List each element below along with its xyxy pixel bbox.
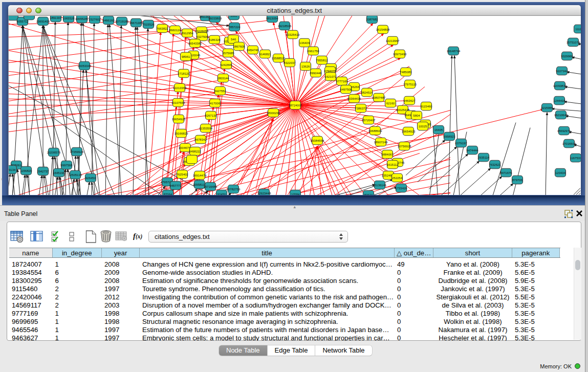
svg-text:417006: 417006 <box>210 101 221 104</box>
svg-text:19654925: 19654925 <box>172 117 186 120</box>
svg-text:20206576: 20206576 <box>47 150 61 154</box>
svg-text:7515526: 7515526 <box>142 23 155 26</box>
svg-text:8186328: 8186328 <box>208 38 221 41</box>
svg-text:15720407: 15720407 <box>362 118 376 121</box>
svg-text:19654923: 19654923 <box>402 129 416 133</box>
svg-text:12213967: 12213967 <box>386 39 400 42</box>
svg-text:16210643: 16210643 <box>554 113 568 116</box>
svg-text:9146821: 9146821 <box>259 52 271 55</box>
svg-text:8813054: 8813054 <box>266 16 278 19</box>
svg-text:11353594: 11353594 <box>199 126 213 129</box>
svg-text:120434: 120434 <box>555 171 566 174</box>
svg-text:8678342: 8678342 <box>194 138 207 141</box>
svg-text:2867608: 2867608 <box>233 45 245 48</box>
svg-text:39134: 39134 <box>9 168 16 171</box>
svg-text:1156829: 1156829 <box>20 169 33 172</box>
svg-text:10973493: 10973493 <box>393 52 407 55</box>
svg-text:16543382: 16543382 <box>188 41 202 45</box>
svg-text:1065: 1065 <box>230 16 237 17</box>
svg-text:16671385: 16671385 <box>129 21 143 24</box>
svg-text:252254: 252254 <box>392 176 403 179</box>
svg-text:12093832: 12093832 <box>553 84 567 87</box>
svg-text:9457771: 9457771 <box>169 184 182 187</box>
svg-text:17016504: 17016504 <box>562 142 576 145</box>
svg-text:10807487: 10807487 <box>372 96 386 99</box>
svg-text:926450: 926450 <box>85 176 96 179</box>
svg-text:9327506: 9327506 <box>196 35 208 38</box>
svg-text:17975115: 17975115 <box>403 82 417 85</box>
svg-text:12923448: 12923448 <box>257 191 271 194</box>
svg-text:18724007: 18724007 <box>289 103 302 106</box>
svg-text:136409: 136409 <box>299 41 310 44</box>
svg-text:1615112: 1615112 <box>387 163 399 166</box>
svg-text:9055712: 9055712 <box>16 19 29 23</box>
svg-text:12505135: 12505135 <box>69 173 82 176</box>
svg-text:10782759: 10782759 <box>227 187 241 190</box>
svg-text:2087682: 2087682 <box>366 17 378 20</box>
svg-text:16405: 16405 <box>434 128 443 131</box>
svg-text:8454749: 8454749 <box>247 48 259 51</box>
svg-text:16033809: 16033809 <box>208 16 222 19</box>
svg-text:2803144: 2803144 <box>217 76 229 79</box>
svg-text:8990448: 8990448 <box>310 71 322 74</box>
svg-text:9329966: 9329966 <box>561 54 573 57</box>
svg-text:15692971: 15692971 <box>557 129 571 132</box>
svg-text:20691406: 20691406 <box>36 19 50 23</box>
svg-text:15751074: 15751074 <box>567 40 580 43</box>
svg-text:8471676: 8471676 <box>500 171 512 174</box>
svg-text:12213369: 12213369 <box>173 86 187 89</box>
svg-text:98961: 98961 <box>182 55 190 58</box>
svg-text:1621072: 1621072 <box>324 75 337 78</box>
svg-text:7386372: 7386372 <box>355 106 367 110</box>
svg-text:7485083: 7485083 <box>400 70 412 73</box>
svg-text:19384554: 19384554 <box>311 139 324 142</box>
svg-text:80634: 80634 <box>364 193 373 194</box>
svg-text:15716485: 15716485 <box>204 185 217 188</box>
svg-text:8427552: 8427552 <box>214 89 226 92</box>
svg-text:546: 546 <box>231 37 236 40</box>
svg-text:8322037: 8322037 <box>284 61 296 64</box>
svg-text:9997568: 9997568 <box>60 163 73 166</box>
svg-text:10719185: 10719185 <box>115 19 129 23</box>
svg-text:19218506: 19218506 <box>278 24 292 27</box>
svg-text:7857224: 7857224 <box>228 25 241 28</box>
svg-text:5958923: 5958923 <box>443 135 455 138</box>
svg-text:9884067: 9884067 <box>381 152 394 156</box>
svg-text:10107554: 10107554 <box>171 101 185 104</box>
svg-text:9463627: 9463627 <box>403 99 416 102</box>
svg-text:7625402: 7625402 <box>176 172 188 176</box>
svg-text:2942737: 2942737 <box>37 169 49 172</box>
svg-text:1645194: 1645194 <box>53 171 65 174</box>
svg-text:11117: 11117 <box>575 27 580 30</box>
svg-text:16914479: 16914479 <box>193 173 207 177</box>
svg-text:15136141: 15136141 <box>373 183 387 186</box>
svg-text:1733426: 1733426 <box>395 186 407 189</box>
svg-text:87064: 87064 <box>164 192 172 194</box>
svg-text:17359924: 17359924 <box>70 150 84 153</box>
svg-text:1891307: 1891307 <box>50 16 62 19</box>
svg-text:3498222: 3498222 <box>189 149 201 152</box>
svg-text:7663822: 7663822 <box>156 27 168 30</box>
svg-text:7632621: 7632621 <box>489 163 501 166</box>
svg-text:13626: 13626 <box>301 64 310 68</box>
svg-text:16154808: 16154808 <box>376 28 390 31</box>
svg-text:3575685: 3575685 <box>222 51 234 54</box>
svg-text:10025: 10025 <box>419 124 427 127</box>
svg-text:5804: 5804 <box>413 114 420 117</box>
svg-text:10756928: 10756928 <box>398 144 411 147</box>
svg-text:6466160: 6466160 <box>102 18 115 21</box>
svg-text:8660124: 8660124 <box>169 28 181 31</box>
svg-text:9227342: 9227342 <box>556 69 568 72</box>
svg-text:2935114: 2935114 <box>478 156 490 159</box>
svg-text:10655287: 10655287 <box>75 17 89 20</box>
svg-text:7955812: 7955812 <box>316 58 328 61</box>
svg-text:20364436: 20364436 <box>347 97 361 100</box>
svg-text:8912954: 8912954 <box>181 31 193 34</box>
svg-text:13325419: 13325419 <box>286 33 300 36</box>
svg-text:9115460: 9115460 <box>421 104 433 107</box>
svg-text:18907249: 18907249 <box>374 140 388 143</box>
svg-text:1065528: 1065528 <box>62 16 75 19</box>
svg-text:9242845: 9242845 <box>220 63 232 66</box>
svg-text:9474444: 9474444 <box>466 148 478 151</box>
svg-text:3215955: 3215955 <box>541 106 553 109</box>
